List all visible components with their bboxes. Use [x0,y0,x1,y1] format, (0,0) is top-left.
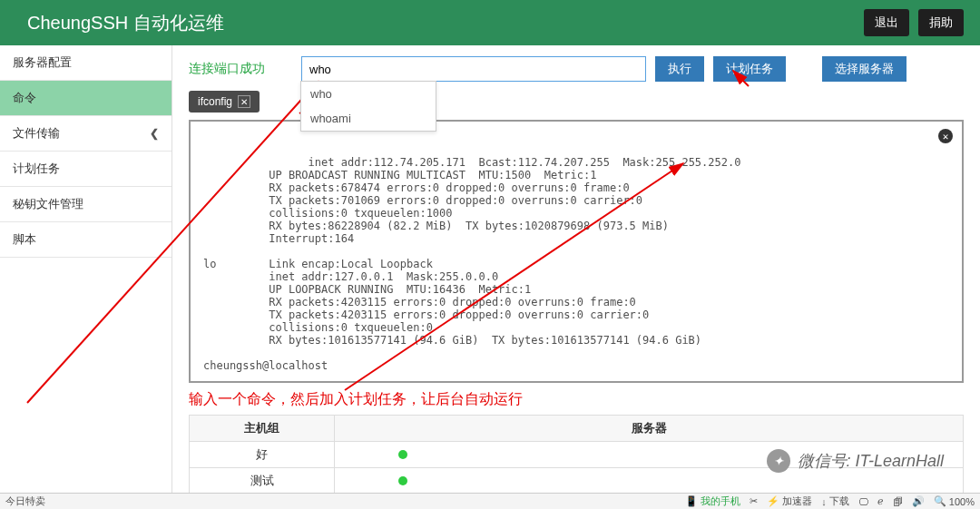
toolbar-icon[interactable]: 🗐 [893,496,903,507]
sidebar-item-server-config[interactable]: 服务器配置 [0,45,172,81]
download-menu[interactable]: ↓ 下载 [821,494,849,508]
app-brand: CheungSSH 自动化运维 [27,11,224,35]
sidebar-item-label: 计划任务 [13,161,60,177]
command-tag[interactable]: ifconfig ✕ [189,91,260,113]
select-server-button[interactable]: 选择服务器 [822,56,906,82]
wechat-watermark: ✦ 微信号: IT-LearnHall [767,449,944,473]
sidebar-item-label: 服务器配置 [13,54,72,71]
sidebar-item-key-management[interactable]: 秘钥文件管理 [0,187,172,222]
status-bar: 今日特卖 📱 我的手机 ✂ ⚡ 加速器 ↓ 下载 🖵 ℯ 🗐 🔊 🔍 100% [0,493,980,509]
terminal-output[interactable]: ✕ inet addr:112.74.205.171 Bcast:112.74.… [189,120,964,383]
col-host-group: 主机组 [190,416,335,442]
sound-icon[interactable]: 🔊 [912,495,925,507]
close-icon[interactable]: ✕ [938,129,953,143]
toolbar-icon[interactable]: 🖵 [858,496,868,507]
main-content: 连接端口成功 who whoami 执行 计划任务 选择服务器 ifconfig… [172,45,980,493]
zoom-level[interactable]: 🔍 100% [934,495,975,507]
command-input[interactable] [301,56,646,82]
status-left[interactable]: 今日特卖 [5,494,45,508]
status-dot-icon [398,450,407,459]
sidebar-item-label: 文件传输 [13,125,60,142]
chevron-left-icon: ❮ [150,127,159,140]
status-dot-icon [398,476,407,485]
divider: ✂ [750,495,758,507]
col-server: 服务器 [335,416,964,442]
annotation-text: 输入一个命令，然后加入计划任务，让后台自动运行 [189,390,964,409]
toolbar-icon[interactable]: ℯ [877,495,884,507]
group-cell: 测试 [190,468,335,494]
accelerator-menu[interactable]: ⚡ 加速器 [767,494,812,508]
autocomplete-item[interactable]: who [301,82,436,106]
sidebar-item-script[interactable]: 脚本 [0,222,172,258]
connect-status: 连接端口成功 [189,61,265,77]
group-cell: 好 [190,442,335,468]
sidebar-item-cron[interactable]: 计划任务 [0,152,172,187]
sidebar-item-label: 脚本 [13,231,36,248]
donate-button[interactable]: 捐助 [918,9,964,36]
logout-button[interactable]: 退出 [864,9,909,36]
sidebar: 服务器配置 命令 文件传输❮ 计划任务 秘钥文件管理 脚本 [0,45,172,493]
wechat-icon: ✦ [767,449,790,473]
sidebar-item-command[interactable]: 命令 [0,81,172,116]
schedule-button[interactable]: 计划任务 [713,56,786,82]
phone-indicator[interactable]: 📱 我的手机 [685,494,740,508]
tag-label: ifconfig [198,95,232,108]
close-icon[interactable]: ✕ [238,95,250,108]
app-header: CheungSSH 自动化运维 退出 捐助 [0,0,980,45]
sidebar-item-file-transfer[interactable]: 文件传输❮ [0,116,172,152]
autocomplete-dropdown: who whoami [300,81,436,132]
autocomplete-item[interactable]: whoami [301,106,436,131]
sidebar-item-label: 命令 [13,90,36,106]
run-button[interactable]: 执行 [655,56,704,82]
terminal-text: inet addr:112.74.205.171 Bcast:112.74.20… [203,156,740,372]
sidebar-item-label: 秘钥文件管理 [13,196,83,212]
wechat-label: 微信号: IT-LearnHall [798,450,944,472]
